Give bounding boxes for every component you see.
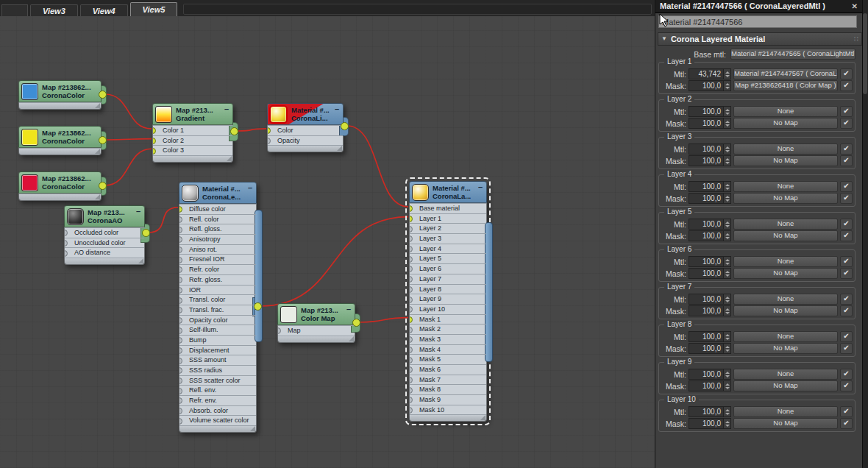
input-slot-layer-4[interactable]: Layer 4 bbox=[410, 244, 486, 254]
input-socket[interactable] bbox=[179, 247, 182, 253]
layer10-mask-amount-spinner[interactable]: 100,0 bbox=[689, 418, 731, 429]
layer1-mtl-amount-spinner[interactable]: 43,742 bbox=[689, 68, 731, 79]
layer7-mask-slot-button[interactable]: No Map bbox=[733, 305, 838, 316]
spinner-arrows-icon[interactable] bbox=[723, 231, 730, 241]
input-slot-aniso-rot-[interactable]: Aniso rot. bbox=[179, 244, 256, 255]
input-socket[interactable] bbox=[153, 138, 156, 144]
input-socket[interactable] bbox=[410, 357, 413, 364]
layer1-mtl-enable-checkbox[interactable]: ✔ bbox=[840, 68, 853, 79]
input-slot-layer-5[interactable]: Layer 5 bbox=[410, 253, 486, 263]
layer5-mask-amount-spinner[interactable]: 100,0 bbox=[689, 230, 731, 241]
input-socket[interactable] bbox=[179, 337, 182, 344]
material-preview-swatch[interactable] bbox=[182, 185, 199, 202]
rollout-corona-layered-material[interactable]: ▼ Corona Layered Material ∷ bbox=[658, 32, 862, 46]
input-slot-ao-distance[interactable]: AO distance bbox=[65, 247, 144, 258]
layer7-mtl-amount-spinner[interactable]: 100,0 bbox=[689, 294, 731, 305]
input-socket[interactable] bbox=[179, 236, 182, 243]
spinner-arrows-icon[interactable] bbox=[723, 194, 730, 203]
input-socket[interactable] bbox=[410, 256, 413, 263]
collapse-icon[interactable]: – bbox=[136, 208, 140, 215]
layer3-mask-amount-spinner[interactable]: 100,0 bbox=[689, 155, 731, 166]
input-socket[interactable] bbox=[278, 327, 281, 334]
layer3-mtl-slot-button[interactable]: None bbox=[733, 143, 838, 155]
output-socket[interactable] bbox=[352, 319, 360, 327]
input-socket[interactable] bbox=[179, 358, 182, 364]
input-socket[interactable] bbox=[65, 230, 68, 236]
input-slot-color-2[interactable]: Color 2 bbox=[153, 135, 232, 146]
layer3-mtl-enable-checkbox[interactable]: ✔ bbox=[840, 143, 853, 155]
node-gradient[interactable]: Map #213...Gradient–Color 1Color 2Color … bbox=[152, 103, 233, 163]
layer3-mask-slot-button[interactable]: No Map bbox=[733, 155, 838, 166]
layer2-mtl-slot-button[interactable]: None bbox=[733, 106, 838, 117]
input-slot-anisotropy[interactable]: Anisotropy bbox=[179, 234, 256, 244]
layer2-mtl-amount-spinner[interactable]: 100,0 bbox=[689, 106, 731, 117]
input-slot-mask-3[interactable]: Mask 3 bbox=[410, 334, 486, 344]
layer10-mask-enable-checkbox[interactable]: ✔ bbox=[840, 418, 853, 429]
layer6-mask-amount-spinner[interactable]: 100,0 bbox=[689, 268, 731, 279]
node-resize-strip[interactable] bbox=[409, 414, 487, 422]
material-preview-swatch[interactable] bbox=[21, 129, 38, 146]
input-slot-opacity-color[interactable]: Opacity color bbox=[179, 315, 256, 325]
input-slot-layer-8[interactable]: Layer 8 bbox=[410, 284, 486, 294]
layer8-mask-amount-spinner[interactable]: 100,0 bbox=[689, 343, 731, 354]
input-slot-mask-7[interactable]: Mask 7 bbox=[410, 375, 486, 385]
material-preview-swatch[interactable] bbox=[21, 83, 38, 100]
collapse-icon[interactable]: – bbox=[224, 105, 229, 113]
collapse-icon[interactable]: – bbox=[335, 105, 339, 113]
input-slot-refl-env-[interactable]: Refl. env. bbox=[179, 385, 256, 395]
input-slot-absorb-color[interactable]: Absorb. color bbox=[179, 405, 256, 416]
output-socket[interactable] bbox=[230, 127, 238, 135]
layer2-mask-slot-button[interactable]: No Map bbox=[733, 118, 838, 129]
input-slot-fresnel-ior[interactable]: Fresnel IOR bbox=[179, 254, 256, 264]
input-socket[interactable] bbox=[410, 336, 413, 343]
node-resize-strip[interactable] bbox=[152, 155, 233, 163]
layer9-mtl-enable-checkbox[interactable]: ✔ bbox=[840, 369, 853, 380]
input-socket[interactable] bbox=[410, 205, 413, 212]
layer3-mask-enable-checkbox[interactable]: ✔ bbox=[840, 155, 853, 166]
collapse-icon[interactable]: – bbox=[346, 305, 351, 313]
spinner-arrows-icon[interactable] bbox=[723, 182, 730, 191]
layer10-mtl-amount-spinner[interactable]: 100,0 bbox=[689, 406, 731, 417]
input-socket[interactable] bbox=[179, 216, 182, 223]
input-socket[interactable] bbox=[179, 397, 182, 404]
node-resize-strip[interactable] bbox=[267, 145, 344, 152]
input-slot-volume-scatter-color[interactable]: Volume scatter color bbox=[179, 415, 256, 425]
output-socket[interactable] bbox=[99, 136, 107, 144]
node-header[interactable]: Map #213...Gradient– bbox=[152, 103, 233, 125]
layer4-mtl-slot-button[interactable]: None bbox=[733, 181, 838, 192]
node-header[interactable]: Material #...CoronaLi...– bbox=[267, 103, 344, 125]
input-socket[interactable] bbox=[410, 316, 413, 323]
input-socket[interactable] bbox=[410, 216, 413, 222]
input-slot-mask-10[interactable]: Mask 10 bbox=[410, 405, 486, 415]
layer6-mask-enable-checkbox[interactable]: ✔ bbox=[840, 268, 853, 279]
input-socket[interactable] bbox=[410, 347, 413, 353]
spinner-arrows-icon[interactable] bbox=[723, 269, 730, 278]
spinner-arrows-icon[interactable] bbox=[723, 257, 730, 266]
spinner-arrows-icon[interactable] bbox=[723, 419, 730, 428]
spinner-arrows-icon[interactable] bbox=[723, 407, 730, 416]
output-socket[interactable] bbox=[99, 91, 107, 99]
input-slot-layer-9[interactable]: Layer 9 bbox=[410, 294, 486, 304]
input-socket[interactable] bbox=[179, 408, 182, 414]
output-socket[interactable] bbox=[99, 182, 107, 190]
input-slot-transl-frac-[interactable]: Transl. frac. bbox=[179, 305, 256, 315]
material-preview-swatch[interactable] bbox=[21, 174, 38, 191]
input-socket[interactable] bbox=[410, 235, 413, 242]
input-slot-layer-10[interactable]: Layer 10 bbox=[410, 304, 486, 314]
input-slot-layer-7[interactable]: Layer 7 bbox=[410, 274, 486, 284]
input-socket[interactable] bbox=[410, 407, 413, 414]
layer4-mask-enable-checkbox[interactable]: ✔ bbox=[840, 193, 853, 204]
input-slot-refr-gloss-[interactable]: Refr. gloss. bbox=[179, 274, 256, 285]
input-slot-occluded-color[interactable]: Occluded color bbox=[65, 227, 144, 238]
layer10-mtl-slot-button[interactable]: None bbox=[733, 406, 838, 417]
input-socket[interactable] bbox=[65, 240, 68, 247]
node-coronacolor-red[interactable]: Map #213862...CoronaColor bbox=[18, 171, 102, 201]
layer1-mtl-slot-button[interactable]: Material #2147447567 ( CoronaLegac bbox=[733, 68, 838, 79]
close-icon[interactable]: ✕ bbox=[852, 0, 858, 13]
input-socket[interactable] bbox=[410, 377, 413, 383]
input-socket[interactable] bbox=[65, 250, 68, 257]
input-slot-mask-8[interactable]: Mask 8 bbox=[410, 384, 486, 394]
layer8-mtl-slot-button[interactable]: None bbox=[733, 331, 838, 342]
input-socket[interactable] bbox=[153, 148, 156, 155]
input-slot-layer-6[interactable]: Layer 6 bbox=[410, 263, 486, 274]
